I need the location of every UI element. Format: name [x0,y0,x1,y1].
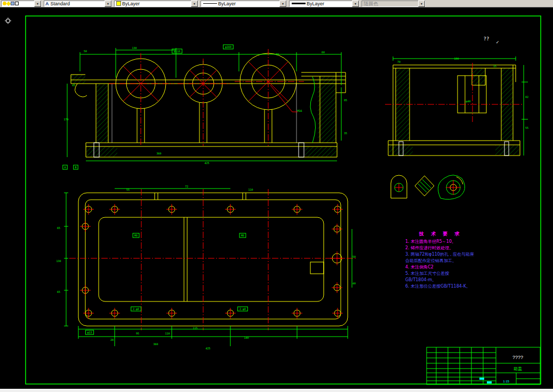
svg-text:φ13: φ13 [87,331,92,334]
layer-lock-icon [11,2,14,5]
svg-text:110: 110 [248,188,253,191]
title-block: ???? 箱盖 1:15 [427,347,540,385]
technical-requirements: 技 术 要 求 1. 未注圆角半径R5～10。2. 铸件应进行时效处理。3. 两… [405,231,539,290]
svg-text:140: 140 [244,336,249,339]
svg-text:28: 28 [110,338,114,341]
linetype-dropdown-arrow[interactable]: ▼ [279,1,286,7]
tech-requirement-line: 3. 两轴72和φ110的孔，应在与箱座 [405,251,539,258]
svg-text:2-φ8: 2-φ8 [133,307,139,311]
svg-text:φ110: φ110 [174,50,180,53]
lineweight-dropdown-arrow[interactable]: ▼ [352,1,359,7]
svg-text:72: 72 [276,53,279,56]
title-block-part-name: 箱盖 [514,366,522,371]
svg-text:425: 425 [204,161,209,165]
window-bottom-edge [0,389,553,392]
drawing-canvas[interactable]: 50130φ110φ1607260451708535360425M16AB701… [0,7,553,389]
svg-text:55: 55 [126,188,130,191]
linetype-value: ByLayer [217,1,279,6]
plotstyle-dropdown-arrow: ▼ [418,1,425,7]
svg-text:72: 72 [185,185,188,188]
svg-text:95: 95 [136,332,139,335]
lineweight-value: ByLayer [306,1,352,6]
layer-combo[interactable]: ▼ [1,1,42,7]
svg-text:M8: M8 [241,234,244,237]
svg-text:B: B [75,166,76,169]
layer-thaw-icon [6,1,11,5]
svg-text:85: 85 [344,99,347,102]
svg-text:130: 130 [56,259,61,263]
tech-requirement-line: 2. 铸件应进行时效处理。 [405,245,539,251]
title-block-cyan-cell [479,378,484,380]
title-block-cyan-cell [487,381,492,383]
svg-text:φ160: φ160 [225,45,231,49]
cad-application-window: ▼ A Standard ▼ ByLayer ▼ ByLayer ▼ ByLay… [0,0,553,392]
layer-combo-dropdown-arrow[interactable]: ▼ [34,1,41,7]
object-properties-toolbar: ▼ A Standard ▼ ByLayer ▼ ByLayer ▼ ByLay… [0,0,553,7]
linetype-combo[interactable]: ByLayer ▼ [201,1,287,7]
svg-text:65: 65 [57,290,60,293]
tech-requirement-line: 合箱后配作定位销再加工。 [405,258,539,264]
svg-text:45: 45 [72,84,75,87]
front-view [67,48,346,161]
technical-requirements-list: 1. 未注圆角半径R5～10。2. 铸件应进行时效处理。3. 两轴72和φ110… [405,239,539,290]
svg-text:50: 50 [352,255,356,258]
color-value: ByLayer [121,1,191,6]
text-style-dropdown-arrow[interactable]: ▼ [105,1,111,7]
text-style-value: Standard [50,1,105,6]
tech-requirement-line: 6. 未注形位公差按GB/T1184-K。 [405,283,539,290]
linetype-sample-icon [203,3,217,4]
svg-text:115: 115 [193,326,197,330]
tech-requirement-line: 5. 未注加工尺寸公差按 [405,271,539,277]
title-block-drawing-no: ???? [512,355,523,360]
svg-text:??: ?? [484,36,490,42]
svg-text:2-φ8: 2-φ8 [239,307,246,311]
svg-text:40: 40 [352,282,356,285]
svg-text:φ40: φ40 [466,100,470,103]
plan-view [64,189,356,346]
svg-text:✓: ✓ [496,39,499,45]
side-view [385,56,528,156]
svg-text:M8: M8 [134,234,138,237]
svg-text:70: 70 [397,60,400,63]
svg-text:190: 190 [454,57,459,60]
svg-text:60: 60 [322,51,325,54]
current-color-swatch-icon [116,1,121,6]
svg-text:50: 50 [84,50,87,53]
technical-requirements-title: 技 术 要 求 [419,231,539,238]
svg-text:425: 425 [205,347,210,350]
svg-text:M16: M16 [297,109,302,112]
plotstyle-value: 随颜色 [363,1,418,6]
lineweight-combo[interactable]: ByLayer ▼ [289,1,359,7]
tech-requirement-line: 4. 未注倒角C2 [405,264,539,271]
svg-text:65: 65 [57,226,60,230]
svg-text:15: 15 [493,64,496,68]
tech-requirement-line: 1. 未注圆角半径R5～10。 [405,239,539,245]
text-style-combo[interactable]: A Standard ▼ [44,1,112,7]
detail-views [391,175,465,200]
lineweight-sample-icon [292,3,306,4]
svg-text:A: A [64,166,66,169]
plotstyle-combo: 随颜色 ▼ [362,1,426,7]
drawing-svg: 50130φ110φ1607260451708535360425M16AB701… [0,7,553,389]
svg-text:110: 110 [165,332,170,335]
layer-color-swatch-icon [15,2,19,5]
svg-text:130: 130 [132,46,137,50]
svg-text:82: 82 [525,95,528,99]
svg-text:170: 170 [63,118,68,121]
color-dropdown-arrow[interactable]: ▼ [191,1,198,7]
svg-text:360: 360 [153,342,158,346]
tech-requirement-line: GB/T1804-m。 [405,277,539,283]
svg-text:35: 35 [344,132,347,135]
pickbox-cursor-icon [5,18,11,24]
text-style-icon: A [45,1,49,6]
svg-text:360: 360 [156,152,161,155]
svg-text:55: 55 [525,126,528,129]
color-combo[interactable]: ByLayer ▼ [114,1,198,7]
title-block-scale: 1:15 [503,380,509,383]
